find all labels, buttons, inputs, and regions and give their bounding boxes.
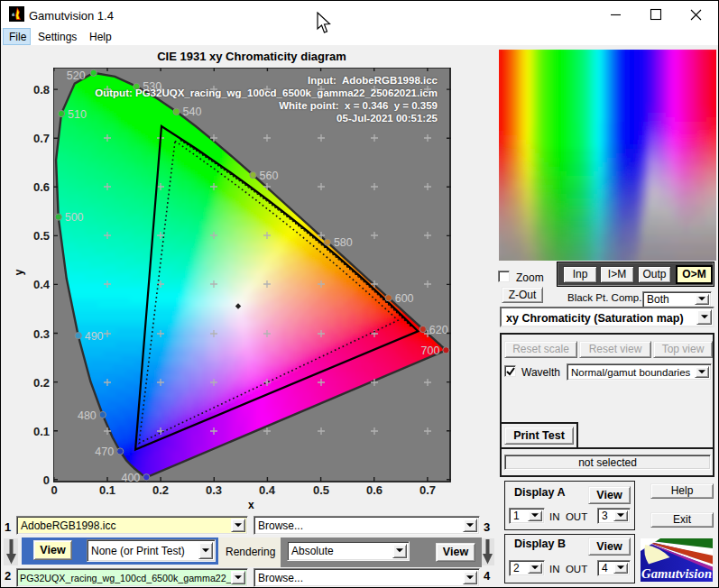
svg-text:Gamutvision: Gamutvision [641,566,712,581]
svg-text:700: 700 [421,345,440,357]
svg-text:400: 400 [121,472,140,482]
svg-text:490: 490 [85,330,104,343]
svg-text:500: 500 [65,211,84,224]
svg-text:510: 510 [68,108,87,121]
svg-text:620: 620 [429,324,448,336]
svg-text:560: 560 [260,170,279,182]
svg-text:520: 520 [67,69,86,82]
svg-text:580: 580 [334,236,353,249]
svg-text:600: 600 [395,292,414,305]
svg-text:540: 540 [183,106,202,118]
svg-text:470: 470 [95,446,114,458]
svg-text:480: 480 [78,409,97,422]
